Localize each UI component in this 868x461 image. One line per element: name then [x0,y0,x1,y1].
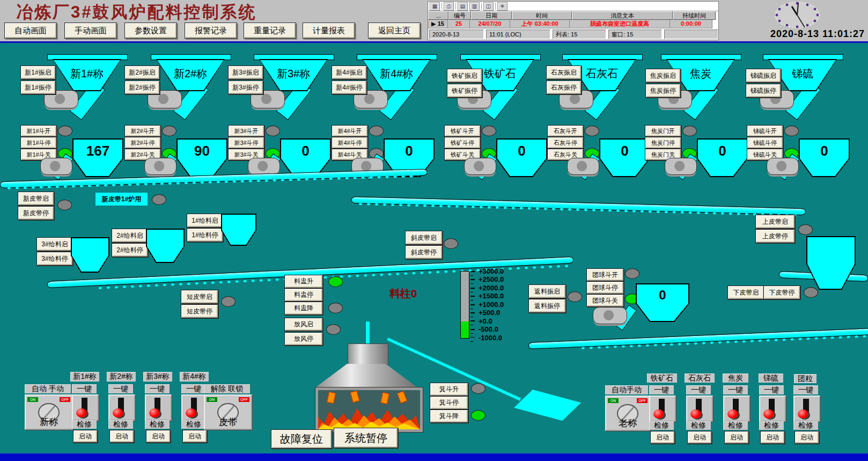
vib-start-button[interactable]: 石灰振启 [546,65,582,79]
start-button[interactable]: 启动 [146,430,171,443]
start-button[interactable]: 启动 [73,430,98,443]
feeder3-start-button[interactable]: 3#给料启 [36,237,73,251]
nav-alarm-log[interactable]: 报警记录 [185,23,237,39]
start-button[interactable]: 启动 [795,431,819,444]
nav-param-settings[interactable]: 参数设置 [124,23,177,39]
pellet-gate-stop-button[interactable]: 团球斗停 [586,281,624,294]
nav-manual-screen[interactable]: 手动画面 [64,23,117,39]
one-key-lever[interactable] [759,396,786,422]
skip-lower-button[interactable]: 箕斗降 [430,409,468,423]
bell-raise-button[interactable]: 料盅升 [284,275,323,288]
vib-start-button[interactable]: 新1#振启 [20,65,56,79]
vib-stop-button[interactable]: 石灰振停 [546,81,582,94]
bell-lower-button[interactable]: 料盅降 [284,302,323,315]
gate-stop-button[interactable]: 石灰斗停 [547,137,584,149]
gate-open-button[interactable]: 新1#斗开 [20,125,57,137]
gate-open-button[interactable]: 锑硫斗开 [747,125,783,137]
pellet-open-lamp [625,268,639,279]
feeder2-stop-button[interactable]: 2#给料停 [112,243,148,257]
system-pause-button[interactable]: 系统暂停 [334,428,398,448]
vib-start-button[interactable]: 新2#振启 [124,65,160,79]
feeder2-start-button[interactable]: 2#给料启 [112,229,148,243]
vib-stop-button[interactable]: 铁矿振停 [447,84,482,98]
start-button[interactable]: 启动 [760,431,785,444]
short-belt-stop-button[interactable]: 短皮带停 [181,304,218,318]
lower-belt-start-button[interactable]: 下皮带启 [727,286,764,299]
pellet-gate-open-button[interactable]: 团球斗开 [586,268,624,281]
pellet-gate-close-button[interactable]: 团球斗关 [586,294,624,307]
gate-open-button[interactable]: 焦炭门开 [645,125,681,137]
start-button[interactable]: 启动 [687,431,712,444]
bell-stop-button[interactable]: 料盅停 [284,288,323,302]
nav-weight-log[interactable]: 重量记录 [244,23,296,39]
return-vib-start-button[interactable]: 返料振启 [528,284,566,298]
vib-stop-button[interactable]: 锑硫振停 [746,84,781,98]
table-icon[interactable]: ▦ [430,2,440,11]
feeder1-start-button[interactable]: 1#给料启 [187,214,223,228]
old-scale-mode-knob[interactable]: ON OFF 老称 [605,396,650,431]
skip-raise-button[interactable]: 箕斗升 [430,383,468,396]
skip-stop-button[interactable]: 箕斗停 [430,396,468,409]
vib-stop-button[interactable]: 新3#振停 [228,81,263,94]
bottom-bar [0,453,868,461]
one-key-lever[interactable] [108,394,135,421]
gate-open-button[interactable]: 铁矿斗开 [444,125,481,137]
vib-start-button[interactable]: 新3#振启 [228,65,263,79]
vib-start-button[interactable]: 新4#振启 [332,65,367,79]
grid-icon[interactable]: ▤ [458,2,468,11]
fault-reset-button[interactable]: 故障复位 [271,429,332,449]
one-key-lever[interactable] [72,394,99,421]
belt-interlock-knob[interactable]: ON OFF 皮带 [204,394,252,430]
vib-start-button[interactable]: 焦炭振启 [645,69,681,83]
gate-stop-button[interactable]: 铁矿斗停 [444,137,481,149]
vib-stop-button[interactable]: 新2#振停 [124,81,160,94]
gate-open-button[interactable]: 新3#斗开 [228,125,264,137]
one-key-lever[interactable] [145,394,172,421]
service-label: 检修 [181,420,206,429]
incline-belt-start-button[interactable]: 斜皮带启 [405,231,443,245]
one-key-lever[interactable] [723,396,750,422]
start-button[interactable]: 启动 [109,430,134,443]
nav-meter-report[interactable]: 计量报表 [303,23,355,39]
gate-open-button[interactable]: 新4#斗开 [332,125,368,137]
vent-start-button[interactable]: 放风启 [284,318,323,331]
window-icon[interactable]: ◫ [483,2,494,11]
gate-stop-button[interactable]: 新2#斗停 [124,137,161,149]
one-key-lever[interactable] [686,396,713,422]
new-belt-start-button[interactable]: 新皮带启 [18,192,54,206]
return-vib-stop-button[interactable]: 返料振停 [528,299,566,313]
new-belt-stop-button[interactable]: 新皮带停 [18,206,54,220]
vib-stop-button[interactable]: 新1#振停 [20,81,56,94]
gate-stop-button[interactable]: 新1#斗停 [20,137,57,149]
one-key-lever[interactable] [649,396,676,422]
upper-belt-start-button[interactable]: 上皮带启 [755,215,795,229]
gate-open-button[interactable]: 石灰斗开 [547,125,584,137]
vib-start-button[interactable]: 铁矿振启 [447,69,482,83]
feeder1-stop-button[interactable]: 1#给料停 [187,228,223,242]
printer-icon[interactable]: ⎙ [444,2,454,11]
gate-stop-button[interactable]: 新3#斗停 [228,137,264,149]
vib-start-button[interactable]: 锑硫振启 [746,69,781,83]
start-button[interactable]: 启动 [650,431,675,444]
vent-stop-button[interactable]: 放风停 [284,332,323,346]
nav-return-home[interactable]: 返回主页 [368,23,421,39]
vib-stop-button[interactable]: 焦炭振停 [645,84,681,98]
new-scale-mode-knob[interactable]: ON OFF 新称 [25,394,73,430]
short-belt-start-button[interactable]: 短皮带启 [181,290,218,304]
one-key-lever[interactable] [793,396,820,422]
gate-open-button[interactable]: 新2#斗开 [124,125,161,137]
feeder3-stop-button[interactable]: 3#给料停 [36,252,73,266]
gate-stop-button[interactable]: 新4#斗停 [332,137,368,149]
grid2-icon[interactable]: ▥ [469,2,480,11]
run-icon[interactable]: ✳ [497,2,507,11]
gate-stop-button[interactable]: 焦炭门停 [645,137,681,149]
alarm-table-row[interactable]: ▶ 15 25 24/07/20 上午 03:40:00 脱硫布袋室进口温度高 … [428,20,718,28]
start-button[interactable]: 启动 [724,431,749,444]
incline-belt-stop-button[interactable]: 斜皮带停 [405,245,443,259]
vib-stop-button[interactable]: 新4#振停 [332,81,367,94]
nav-auto-screen[interactable]: 自动画面 [4,23,57,39]
gate-stop-button[interactable]: 锑硫斗停 [747,137,783,149]
upper-belt-stop-button[interactable]: 上皮带停 [755,229,795,243]
start-button[interactable]: 启动 [182,430,207,443]
lower-belt-stop-button[interactable]: 下皮带停 [763,286,800,299]
